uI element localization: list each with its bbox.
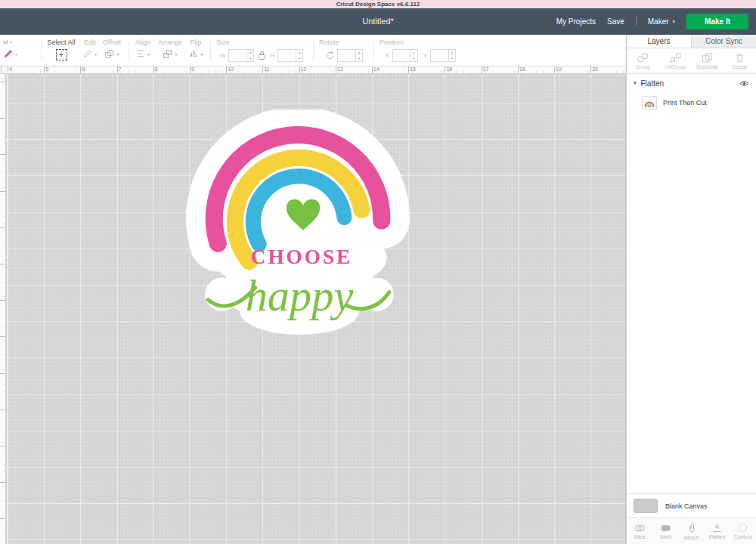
width-axis-label: W: [220, 52, 226, 59]
ruler-number: 15: [408, 66, 416, 72]
weld-button[interactable]: Weld: [652, 518, 678, 544]
edit-label: Edit: [80, 39, 100, 46]
design-word-happy: happy: [246, 271, 354, 320]
stepper-up-icon[interactable]: ▴: [296, 50, 302, 56]
machine-label: Maker: [648, 17, 669, 26]
position-label: Position: [380, 39, 461, 46]
machine-selector[interactable]: Maker ▾: [648, 17, 675, 26]
stepper-down-icon[interactable]: ▾: [247, 56, 253, 62]
contour-button[interactable]: Contour: [730, 518, 756, 544]
toolbar-divider: [129, 41, 129, 60]
toolbar-divider: [373, 41, 374, 60]
position-x-stepper[interactable]: ▴ ▾: [411, 49, 418, 62]
chevron-down-icon: ▾: [116, 51, 119, 57]
tab-layers[interactable]: Layers: [627, 35, 691, 48]
design-word-choose: CHOOSE: [251, 246, 352, 268]
offset-dropdown[interactable]: ▾: [100, 49, 124, 59]
blank-canvas-row[interactable]: Blank Canvas: [627, 493, 756, 518]
layer-actions: Group UnGroup Duplicate Delete: [627, 48, 756, 74]
ruler-number: 17: [482, 66, 489, 72]
panel-tabs: Layers Color Sync: [627, 35, 756, 48]
ruler-number: 12: [299, 66, 307, 72]
tab-color-sync[interactable]: Color Sync: [691, 35, 756, 48]
rotate-stepper[interactable]: ▴ ▾: [356, 49, 363, 62]
layer-item[interactable]: Print Then Cut: [627, 92, 756, 113]
duplicate-button[interactable]: Duplicate: [692, 53, 724, 70]
linetype-dropdown[interactable]: ul ▾: [3, 39, 12, 45]
ruler-number: 16: [445, 66, 452, 72]
make-it-button[interactable]: Make It: [686, 14, 748, 29]
stepper-up-icon[interactable]: ▴: [449, 50, 455, 56]
chevron-down-icon: ▾: [200, 51, 203, 57]
flip-dropdown[interactable]: ▾: [186, 49, 206, 58]
ungroup-button[interactable]: UnGroup: [659, 53, 692, 70]
stepper-down-icon[interactable]: ▾: [449, 56, 455, 62]
ungroup-icon: [670, 53, 681, 63]
my-projects-link[interactable]: My Projects: [556, 17, 596, 26]
header-divider: [636, 17, 637, 26]
group-button[interactable]: Group: [627, 53, 659, 70]
stepper-up-icon[interactable]: ▴: [356, 50, 362, 56]
chevron-down-icon: ▾: [10, 39, 12, 45]
offset-icon: [104, 49, 114, 59]
edit-dropdown[interactable]: ▾: [80, 49, 100, 58]
align-label: Align: [132, 39, 154, 46]
ruler-number: 5: [44, 66, 48, 72]
chevron-down-icon: ▾: [673, 19, 676, 25]
group-icon: [637, 53, 649, 63]
stepper-down-icon[interactable]: ▾: [356, 56, 362, 62]
delete-button[interactable]: Delete: [723, 53, 756, 70]
ruler-number: 18: [518, 66, 525, 72]
save-link[interactable]: Save: [607, 17, 624, 26]
ruler-number: 4: [8, 66, 12, 72]
chevron-down-icon: ▾: [147, 51, 150, 57]
x-axis-label: X: [385, 52, 389, 59]
attach-icon: [687, 523, 696, 533]
size-label: Size: [216, 39, 307, 46]
stepper-down-icon[interactable]: ▾: [296, 56, 302, 62]
slice-button[interactable]: Slice: [627, 518, 652, 544]
select-all-button[interactable]: +: [44, 49, 79, 60]
chevron-down-icon: ▾: [94, 51, 97, 57]
sticker-design[interactable]: CHOOSE happy: [185, 110, 414, 338]
position-y-stepper[interactable]: ▴ ▾: [449, 49, 456, 62]
rotate-label: Rotate: [319, 39, 369, 46]
position-y-input[interactable]: [430, 49, 449, 62]
flatten-button[interactable]: Flatten: [705, 518, 730, 544]
select-all-icon: +: [56, 49, 67, 60]
stepper-down-icon[interactable]: ▾: [411, 56, 417, 62]
position-x-input[interactable]: [392, 49, 411, 62]
align-dropdown[interactable]: ▾: [132, 49, 154, 58]
vertical-ruler: [0, 74, 6, 544]
width-input[interactable]: [228, 49, 247, 62]
chevron-down-icon: ▾: [15, 51, 17, 57]
pencil-icon: [83, 49, 92, 58]
layers-panel: Layers Color Sync Group UnGroup Duplicat…: [626, 35, 756, 544]
lock-icon[interactable]: [258, 51, 266, 60]
canvas-color-swatch[interactable]: [634, 499, 658, 513]
design-canvas[interactable]: CHOOSE happy: [6, 74, 626, 544]
height-input[interactable]: [277, 49, 296, 62]
chevron-down-icon: ▾: [175, 51, 177, 57]
flip-icon: [188, 49, 198, 58]
ruler-number: 11: [262, 66, 269, 72]
rotate-input[interactable]: [337, 49, 356, 62]
visibility-eye-icon[interactable]: [739, 80, 749, 87]
linetype-value: ul: [3, 39, 8, 45]
arrange-label: Arrange: [156, 39, 184, 46]
disclosure-caret-icon[interactable]: ▾: [634, 80, 637, 86]
ruler-number: 19: [554, 66, 562, 72]
height-stepper[interactable]: ▴ ▾: [296, 49, 303, 62]
fill-dropdown[interactable]: ▾: [3, 49, 17, 59]
stepper-up-icon[interactable]: ▴: [247, 50, 253, 56]
width-stepper[interactable]: ▴ ▾: [247, 49, 254, 62]
height-axis-label: H: [270, 52, 274, 59]
layer-group-row[interactable]: ▾ Flatten: [627, 74, 756, 92]
panel-bottom-toolbar: Slice Weld Attach Flatten Contour: [627, 518, 756, 544]
arrange-dropdown[interactable]: ▾: [156, 49, 184, 59]
offset-label: Offset: [100, 39, 124, 46]
attach-button[interactable]: Attach: [678, 518, 704, 544]
flip-label: Flip: [186, 39, 206, 46]
ruler-number: 7: [117, 66, 122, 72]
stepper-up-icon[interactable]: ▴: [411, 50, 417, 56]
